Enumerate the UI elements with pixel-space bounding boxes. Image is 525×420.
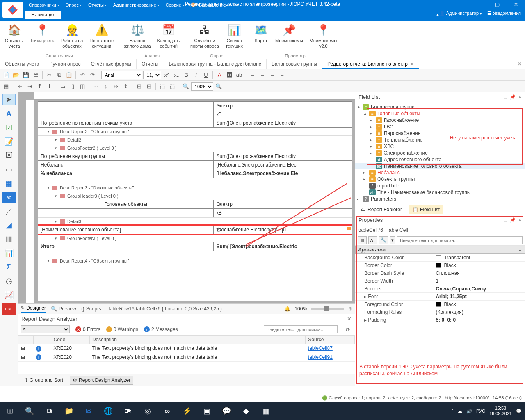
analyzer-col-header[interactable]: Code — [51, 336, 89, 344]
user-dropdown[interactable]: 👤 Администратор ▾ — [439, 11, 482, 16]
props-row[interactable]: Formatting Rules(Коллекция) — [355, 308, 525, 316]
outlook-icon[interactable]: ✉ — [79, 402, 98, 420]
report-explorer-tab[interactable]: 🗂 Report Explorer — [358, 205, 405, 214]
vs-icon[interactable]: ∞ — [158, 402, 177, 420]
warnings-pill[interactable]: !0 Warnings — [106, 326, 138, 332]
line-tool[interactable]: ／ — [2, 205, 16, 217]
design-surface[interactable]: ЭлектркВПотребление по головным точкам у… — [18, 92, 355, 303]
group-sort-tab[interactable]: ⇅ Group and Sort — [21, 376, 66, 384]
font-combo[interactable]: Arial — [101, 71, 142, 79]
center-h-icon[interactable]: ⊞ — [135, 82, 144, 91]
doc-tab[interactable]: Отчеты — [137, 59, 164, 69]
tree-root[interactable]: ▲≡Балансовая группа — [355, 104, 525, 110]
analyzer-tab[interactable]: ⚙ Report Design Analyzer — [70, 376, 133, 385]
sp4-icon[interactable]: ⇕ — [121, 82, 130, 91]
whatsapp-icon[interactable]: 💬 — [217, 402, 236, 420]
sz1-icon[interactable]: ▭ — [58, 82, 67, 91]
doc-tab[interactable]: Балансовые группы — [267, 59, 322, 69]
italic-icon[interactable]: I — [192, 71, 201, 80]
sz2-icon[interactable]: ▯ — [68, 82, 77, 91]
sup-icon[interactable]: x² — [162, 71, 171, 80]
zoom-slider[interactable] — [311, 308, 344, 310]
app-icon[interactable]: ⚡ — [177, 402, 197, 420]
tabs-close-all-icon[interactable]: ✕ — [514, 59, 525, 69]
bring-front-icon[interactable]: ⬚ — [158, 82, 167, 91]
doc-tab[interactable]: Ручной опрос — [44, 59, 86, 69]
selected-report-cell[interactable]: [Наименование головного объекта]троснабж… — [38, 226, 352, 234]
ribbon-item[interactable]: 📌Мнемосхемы — [272, 21, 306, 52]
sp3-icon[interactable]: ⇔ — [111, 82, 120, 91]
report-cell-row[interactable]: Небаланс[Небаланс.Электроснабжение.Elec — [38, 161, 352, 169]
send-back-icon[interactable]: ⬚ — [168, 82, 177, 91]
analyzer-search[interactable] — [264, 325, 338, 333]
zoom-out-icon[interactable]: 🔍 — [181, 82, 190, 91]
underline-icon[interactable]: U — [201, 71, 210, 80]
chrome-icon[interactable]: ◎ — [138, 402, 158, 420]
nav-tab[interactable]: Навигация — [25, 11, 61, 19]
props-row[interactable]: Border Width1 — [355, 277, 525, 285]
props-row[interactable]: ▸ Padding5; 0; 0; 0 — [355, 316, 525, 324]
tree-node[interactable]: abАдрес головного объекта — [355, 156, 525, 163]
al2-icon[interactable]: ⇥ — [25, 82, 34, 91]
shape-tool[interactable]: ◢ — [2, 219, 16, 231]
props-cat-icon[interactable]: ▤ — [358, 236, 367, 244]
forecolor-icon[interactable]: A — [215, 71, 224, 80]
report-cell-row[interactable]: кВ — [38, 110, 352, 119]
designer-tab[interactable]: ✎ Designer — [21, 305, 46, 313]
other-icon[interactable]: ▦ — [256, 402, 276, 420]
doc-tab[interactable]: Отчётные формы — [86, 59, 137, 69]
analyzer-col-header[interactable] — [18, 336, 34, 344]
tree-node[interactable]: ▸≡ГВС — [355, 123, 525, 130]
analyzer-close-icon[interactable]: ✕ — [347, 316, 352, 322]
tree-parameters[interactable]: ▸?Parameters — [355, 196, 525, 202]
analyzer-filter[interactable]: All — [21, 325, 70, 333]
tree-node[interactable]: ▸≡Газоснабжение — [355, 117, 525, 123]
save-icon[interactable]: 💾 — [21, 71, 30, 80]
al4-icon[interactable]: ⤓ — [45, 82, 54, 91]
ribbon-item[interactable]: 🗺️Карта — [250, 21, 272, 52]
font-size-combo[interactable]: 11,25 — [143, 71, 161, 79]
open-icon[interactable]: 📂 — [11, 71, 21, 80]
section-header[interactable]: ▼DetailReport4 - "Объекты группы" — [38, 257, 352, 265]
sum-tool[interactable]: Σ — [2, 261, 16, 273]
fl-close-icon[interactable]: ✕ — [518, 94, 522, 100]
report-cell-row[interactable]: Потребление внутри группыSum([Электросна… — [38, 152, 352, 161]
doc-tab[interactable]: Редактор отчета: Баланс по электр✕ — [322, 59, 419, 69]
tree-node[interactable]: ▸≡ХВС — [355, 143, 525, 150]
tree-node[interactable]: abTitle - Наименование балансовой группы — [355, 189, 525, 196]
tray-lang[interactable]: РУС — [476, 409, 485, 413]
doc-tab[interactable]: Объекты учета — [0, 59, 44, 69]
grid-icon[interactable]: ▦ — [2, 82, 11, 91]
richtext-tool[interactable]: 📝 — [2, 136, 16, 147]
label-tool[interactable]: A — [2, 108, 16, 119]
ribbon-item[interactable]: 📊Сводкатекущих — [222, 21, 246, 52]
paste-icon[interactable]: 📋 — [64, 71, 73, 80]
bold-icon[interactable]: B — [182, 71, 191, 80]
sp1-icon[interactable]: ↔ — [91, 82, 100, 91]
close-button[interactable]: ✕ — [507, 0, 525, 9]
zoom-combo[interactable]: 100% — [191, 82, 213, 91]
bell-icon[interactable]: 🔔 — [284, 306, 290, 312]
report-cell-row[interactable]: Головные объектыЭлектр — [38, 200, 352, 209]
gear-icon[interactable]: ⚙ — [216, 226, 221, 233]
checkbox-tool[interactable]: ☑ — [2, 122, 16, 133]
taskview-icon[interactable]: ⧉ — [39, 402, 59, 420]
pr-pin-icon[interactable]: 📌 — [510, 217, 516, 223]
ribbon-item[interactable]: 📍Мнемосхемыv2.0 — [306, 21, 341, 52]
menu-service[interactable]: Сервис▾ — [162, 2, 187, 8]
sparkline-tool[interactable]: 📈 — [2, 289, 16, 301]
props-wrench-icon[interactable]: 🔧 — [379, 236, 388, 244]
highlight-icon[interactable]: ab — [235, 71, 244, 80]
pointer-tool[interactable]: ➤ — [2, 94, 16, 105]
props-search[interactable] — [397, 236, 523, 244]
analyzer-refresh-icon[interactable]: ⟳ — [343, 325, 352, 334]
section-header[interactable]: ▼Detail3 — [38, 217, 352, 226]
analyzer-col-header[interactable]: Source — [306, 336, 355, 344]
zoom-in-icon[interactable]: 🔍 — [214, 82, 223, 91]
maximize-button[interactable]: ▢ — [488, 0, 507, 9]
tray-chevron-icon[interactable]: ˄ — [451, 409, 454, 414]
align-right-icon[interactable]: ≡ — [268, 71, 277, 80]
al1-icon[interactable]: ⇤ — [15, 82, 24, 91]
section-header[interactable]: ▼DetailReport3 - "Головные объекты" — [38, 184, 352, 192]
redo-icon[interactable]: ↷ — [88, 71, 97, 80]
